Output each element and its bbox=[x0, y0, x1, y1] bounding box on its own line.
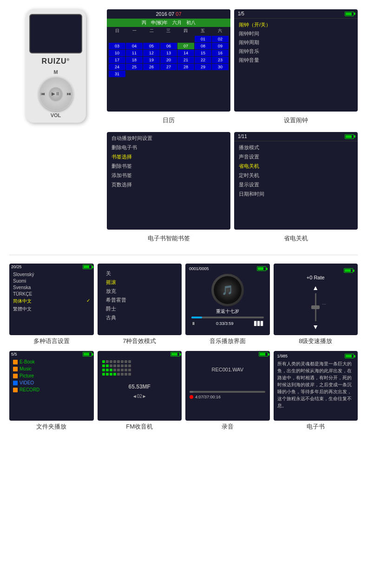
cal-cell bbox=[177, 36, 194, 42]
lang-battery bbox=[83, 264, 92, 269]
next-button[interactable]: ⏭ bbox=[67, 92, 71, 96]
fm-bar-seg bbox=[106, 369, 109, 371]
cal-cell: 29 bbox=[195, 64, 211, 70]
file-header: 5/5 bbox=[9, 351, 94, 357]
record-caption: 录音 bbox=[185, 423, 270, 431]
cal-cell bbox=[160, 71, 177, 77]
fm-bar-seg bbox=[128, 373, 131, 376]
dpad[interactable]: ⏮ ▶⏸ ⏭ bbox=[39, 76, 73, 111]
eq-content: 关摇滚放克希普霍普爵士古典 bbox=[98, 264, 182, 328]
fm-bar-row bbox=[102, 364, 177, 367]
fm-bar-seg bbox=[102, 373, 105, 376]
ebook-item: 页数选择 bbox=[111, 181, 226, 188]
player-brand: RUIZU® bbox=[42, 57, 70, 66]
lang-item: TÜRKÇE bbox=[13, 291, 90, 297]
ebook-reader-content: 1/985 所有人类的灵魂都是海里一条巨大的鱼，出生的时候从海的此岸出发，在路途… bbox=[274, 351, 358, 412]
cal-cell: 09 bbox=[212, 43, 229, 49]
file-item: Picture bbox=[13, 373, 90, 378]
fm-bar-seg bbox=[117, 373, 120, 376]
fm-bar-seg bbox=[128, 364, 131, 367]
cal-cell: 13 bbox=[160, 50, 177, 56]
language-panel: 20/25 SlovenskýSuomiSvenskaTÜRKÇE简体中文✓繁體… bbox=[9, 264, 94, 335]
fm-bar-seg bbox=[121, 373, 124, 376]
fm-bar-seg bbox=[125, 369, 127, 371]
play-button[interactable]: ▶⏸ bbox=[49, 87, 62, 100]
ebook-caption: 电子书智能书签 bbox=[107, 234, 230, 243]
battery-icon bbox=[345, 12, 354, 16]
screens-container: 2016 07 07 丙 申(猴)年 六月 初八 日 一 二 三 四 bbox=[107, 9, 358, 246]
ebook-reader-battery bbox=[345, 354, 354, 358]
cal-cell: 22 bbox=[195, 57, 211, 63]
file-icon bbox=[13, 388, 18, 392]
fm-bar-seg bbox=[110, 364, 112, 367]
alarm-page: 1/5 bbox=[238, 11, 244, 16]
eq-caption: 7种音效模式 bbox=[98, 337, 182, 345]
caption-row-1: 日历 设置闹钟 bbox=[107, 115, 358, 128]
ebook-item: 添加书签 bbox=[111, 172, 226, 179]
fm-bar-seg bbox=[125, 373, 127, 376]
cal-cell: 25 bbox=[126, 64, 143, 70]
fm-bar-seg bbox=[125, 360, 127, 363]
power-caption: 省电关机 bbox=[234, 234, 358, 243]
player-container: RUIZU® M ⏮ ▶⏸ ⏭ VOL bbox=[9, 9, 102, 123]
cal-cell bbox=[195, 71, 211, 77]
caption-row-2: 电子书智能书签 省电关机 bbox=[107, 233, 358, 246]
progress-fill bbox=[191, 317, 202, 318]
power-panel: 1/11 播放模式声音设置省电关机定时关机显示设置日期和时间 bbox=[234, 132, 358, 230]
cal-era-row: 丙 申(猴)年 六月 初八 bbox=[107, 19, 230, 27]
screen-row-1: 2016 07 07 丙 申(猴)年 六月 初八 日 一 二 三 四 bbox=[107, 9, 358, 112]
fm-channel-nav[interactable]: ◄02► bbox=[98, 394, 182, 399]
cal-cell: 18 bbox=[126, 57, 143, 63]
fm-bar-seg bbox=[113, 364, 116, 367]
eq-item: 希普霍普 bbox=[106, 297, 174, 304]
ebook-reader-text: 所有人类的灵魂都是海里一条巨大的鱼，出生的时候从海的此岸出发，在路途中，有时相遇… bbox=[277, 360, 354, 409]
fm-bar-seg bbox=[102, 364, 105, 367]
screen-row-2: 自动播放时间设置删除电子书书签选择删除书签添加书签页数选择 1/11 播放模式声… bbox=[107, 132, 358, 230]
cal-cell: 20 bbox=[160, 57, 177, 63]
alarm-item: 闹钟音乐 bbox=[239, 48, 353, 55]
eq-item: 爵士 bbox=[106, 305, 174, 312]
music-battery bbox=[257, 266, 266, 271]
cal-cell: 16 bbox=[212, 50, 229, 56]
features-section: 20/25 SlovenskýSuomiSvenskaTÜRKÇE简体中文✓繁體… bbox=[0, 259, 367, 441]
file-list: E-BookMusicPictureVIDEORECORD bbox=[9, 357, 94, 394]
m-label: M bbox=[53, 69, 58, 75]
cal-cell: 28 bbox=[177, 64, 194, 70]
cal-cell: 01 bbox=[195, 36, 211, 42]
speed-dashes: - - - bbox=[322, 302, 325, 306]
music-title: 重返十七岁 bbox=[216, 308, 239, 315]
eq-item: 摇滚 bbox=[106, 279, 174, 286]
speed-track[interactable]: - - - bbox=[315, 293, 316, 321]
cal-cell: 19 bbox=[143, 57, 160, 63]
cal-cell bbox=[126, 71, 143, 77]
speed-knob[interactable] bbox=[311, 305, 320, 309]
alarm-caption: 设置闹钟 bbox=[234, 116, 358, 125]
fm-bar-seg bbox=[110, 360, 112, 363]
music-pause-icon[interactable]: ⏸ bbox=[191, 321, 196, 326]
music-caption: 音乐播放界面 bbox=[185, 337, 270, 345]
cal-dow: 日 一 二 三 四 五 六 bbox=[107, 27, 230, 35]
ebook-item: 删除书签 bbox=[111, 163, 226, 170]
fm-bar-seg bbox=[121, 360, 124, 363]
prev-button[interactable]: ⏮ bbox=[41, 92, 45, 96]
file-item: Music bbox=[13, 366, 90, 371]
fm-bar-seg bbox=[128, 360, 131, 363]
lang-page: 20/25 bbox=[11, 264, 22, 269]
fm-bar-seg bbox=[117, 364, 120, 367]
speed-panel: +0 Rate ▲ - - - ▼ bbox=[274, 264, 358, 335]
ebook-item: 删除电子书 bbox=[111, 144, 226, 151]
fm-bar-seg bbox=[102, 360, 105, 363]
lang-item: Slovenský bbox=[13, 272, 90, 277]
fm-caption: FM收音机 bbox=[98, 423, 182, 431]
cal-cell: 23 bbox=[212, 57, 229, 63]
music-header: 0001/0005 bbox=[187, 265, 268, 272]
record-panel: REC001.WAV 4:07/37:00:16 bbox=[185, 351, 270, 421]
album-art: 🎵 bbox=[211, 274, 244, 306]
file-icon bbox=[13, 374, 18, 378]
ebook-reader-caption: 电子书 bbox=[274, 423, 358, 431]
file-page: 5/5 bbox=[11, 352, 17, 357]
power-item: 播放模式 bbox=[239, 144, 353, 151]
play-icon: ▶⏸ bbox=[52, 91, 60, 96]
album-figure: 🎵 bbox=[222, 284, 233, 296]
cal-cell: 04 bbox=[126, 43, 143, 49]
